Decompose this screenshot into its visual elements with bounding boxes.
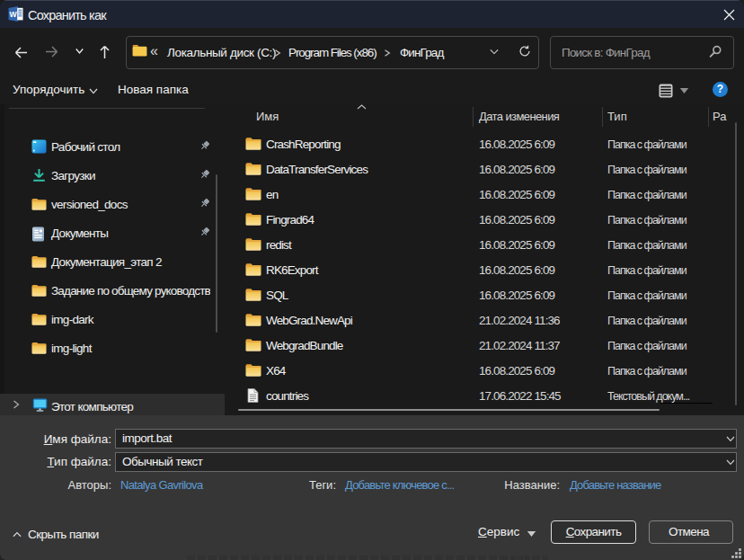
svg-text:W: W <box>10 10 18 19</box>
